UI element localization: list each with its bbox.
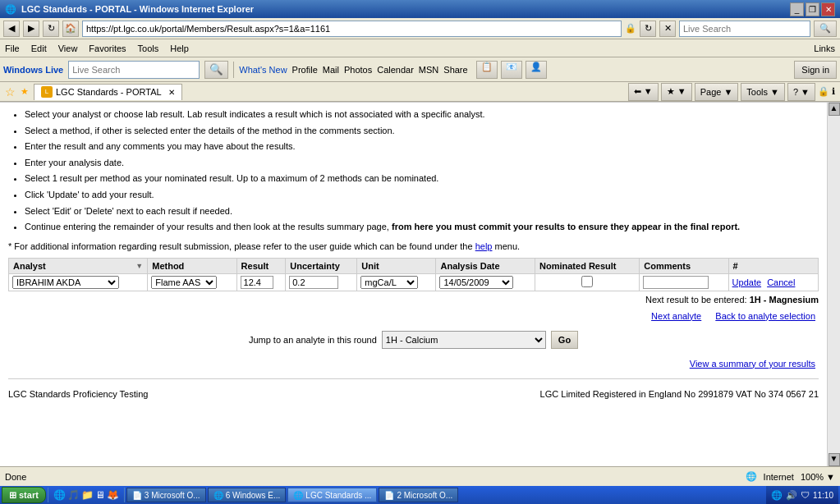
update-link[interactable]: Update xyxy=(732,277,761,287)
menu-help[interactable]: Help xyxy=(170,44,189,53)
media-icon[interactable]: 🎵 xyxy=(67,489,80,501)
status-bar: Done 🌐 Internet 100% ▼ xyxy=(0,466,840,486)
refresh-button[interactable]: ↻ xyxy=(43,21,59,37)
summary-link-section: View a summary of your results xyxy=(8,355,819,372)
col-analyst: Analyst ▼ xyxy=(9,258,148,273)
content-scroll-area[interactable]: Select your analyst or choose lab result… xyxy=(0,103,827,466)
comments-input[interactable] xyxy=(643,276,709,289)
footer-company: LGC Standards Proficiency Testing xyxy=(8,389,148,399)
antivirus-icon: 🛡 xyxy=(801,490,810,500)
live-search-toolbar-input[interactable] xyxy=(68,61,200,79)
taskbar-item-2[interactable]: 🌐 LGC Standards ... xyxy=(287,488,377,502)
home-button[interactable]: 🏠 xyxy=(62,21,79,37)
minimize-button[interactable]: _ xyxy=(790,2,804,16)
calendar-link[interactable]: Calendar xyxy=(377,65,414,75)
additional-info: * For additional information regarding r… xyxy=(8,241,819,251)
ie-icon[interactable]: 🌐 xyxy=(53,489,66,501)
live-search-toolbar-button[interactable]: 🔍 xyxy=(204,61,228,79)
favorites-menu-button[interactable]: ★ ▼ xyxy=(661,83,692,101)
results-table: Analyst ▼ Method Result Uncertainty U xyxy=(8,258,819,291)
firefox-icon[interactable]: 🦊 xyxy=(107,489,119,501)
analyst-sort-icon[interactable]: ▼ xyxy=(135,262,143,270)
cancel-link[interactable]: Cancel xyxy=(767,277,795,287)
msn-link[interactable]: MSN xyxy=(419,65,438,75)
info-icon: ℹ xyxy=(832,86,835,97)
scrollbar-down-button[interactable]: ▼ xyxy=(829,453,840,466)
unit-select[interactable]: mgCa/L xyxy=(360,276,418,289)
help-menu-link[interactable]: help xyxy=(475,241,493,251)
menu-view[interactable]: View xyxy=(58,44,78,53)
menu-favorites[interactable]: Favorites xyxy=(89,44,126,53)
start-button[interactable]: ⊞ start xyxy=(2,487,46,503)
photos-link[interactable]: Photos xyxy=(344,65,372,75)
sound-icon: 🔊 xyxy=(786,490,797,501)
menu-tools[interactable]: Tools xyxy=(138,44,159,53)
analyst-select[interactable]: IBRAHIM AKDA xyxy=(12,276,119,289)
toolbar-icon3[interactable]: 👤 xyxy=(526,61,547,79)
instruction-3: Enter the result and any comments you ma… xyxy=(25,140,819,154)
desktop-icon[interactable]: 🖥 xyxy=(95,489,105,501)
help-btn[interactable]: ? ▼ xyxy=(787,83,815,101)
tab-close-icon[interactable]: ✕ xyxy=(168,88,175,97)
page-menu-button[interactable]: ⬅ ▼ xyxy=(628,83,659,101)
sign-in-button[interactable]: Sign in xyxy=(794,61,837,79)
jump-label: Jump to an analyte in this round xyxy=(249,335,377,345)
jump-analyte-select[interactable]: 1H - Calcium xyxy=(382,331,546,349)
refresh-page-button[interactable]: ↻ xyxy=(640,21,656,37)
taskbar-item-0[interactable]: 📄 3 Microsoft O... xyxy=(126,488,206,502)
next-result-label: Next result to be entered: xyxy=(645,295,747,305)
next-analyte-link[interactable]: Next analyte xyxy=(651,311,701,321)
stop-button[interactable]: ✕ xyxy=(659,21,676,37)
links-label: Links xyxy=(814,44,835,53)
mail-link[interactable]: Mail xyxy=(323,65,339,75)
address-input[interactable] xyxy=(82,21,622,37)
folder-icon[interactable]: 📁 xyxy=(81,489,94,501)
forward-button[interactable]: ▶ xyxy=(23,21,39,37)
uncertainty-input[interactable] xyxy=(289,276,338,289)
footer-section: LGC Standards Proficiency Testing LGC Li… xyxy=(8,386,819,402)
toolbar-icon2[interactable]: 📧 xyxy=(501,61,522,79)
instruction-4: Enter your analysis date. xyxy=(25,156,819,171)
internet-icon: 🌐 xyxy=(746,471,757,482)
method-cell: Flame AAS xyxy=(148,273,236,291)
nominated-cell xyxy=(535,273,640,291)
analyst-cell: IBRAHIM AKDA xyxy=(9,273,148,291)
share-link[interactable]: Share xyxy=(443,65,467,75)
go-analyte-button[interactable]: Go xyxy=(551,331,578,349)
restore-button[interactable]: ❐ xyxy=(806,2,819,16)
window-title: LGC Standards - PORTAL - Windows Interne… xyxy=(21,4,254,14)
windows-live-label: Windows Live xyxy=(3,65,63,75)
favorites-star-icon[interactable]: ☆ xyxy=(5,85,16,99)
back-to-selection-link[interactable]: Back to analyte selection xyxy=(715,311,815,321)
profile-link[interactable]: Profile xyxy=(292,65,318,75)
analysis-date-select[interactable]: 14/05/2009 xyxy=(439,276,513,289)
nominated-checkbox[interactable] xyxy=(581,276,593,287)
method-select[interactable]: Flame AAS xyxy=(151,276,217,289)
col-comments: Comments xyxy=(640,258,728,273)
start-windows-icon: ⊞ xyxy=(9,490,16,501)
back-button[interactable]: ◀ xyxy=(3,21,20,37)
scrollbar[interactable]: ▲ ▼ xyxy=(827,103,840,466)
page-btn[interactable]: Page ▼ xyxy=(695,83,739,101)
additional-info-suffix: menu. xyxy=(495,241,521,251)
browser-tab[interactable]: L LGC Standards - PORTAL ✕ xyxy=(34,84,182,100)
main-area: Select your analyst or choose lab result… xyxy=(0,102,840,466)
tools-btn[interactable]: Tools ▼ xyxy=(741,83,785,101)
zoom-level: 100% ▼ xyxy=(801,472,835,482)
search-go-button[interactable]: 🔍 xyxy=(814,21,837,37)
whats-new-link[interactable]: What's New xyxy=(239,65,287,75)
summary-link[interactable]: View a summary of your results xyxy=(690,359,815,369)
menu-edit[interactable]: Edit xyxy=(31,44,47,53)
taskbar-divider xyxy=(48,488,48,502)
scrollbar-up-button[interactable]: ▲ xyxy=(829,103,840,116)
close-button[interactable]: ✕ xyxy=(821,2,835,16)
instruction-2: Select a method, if other is selected en… xyxy=(25,124,819,139)
live-search-input[interactable] xyxy=(679,21,810,37)
analysis-date-cell: 14/05/2009 xyxy=(436,273,535,291)
result-input[interactable] xyxy=(241,276,273,289)
menu-file[interactable]: File xyxy=(5,44,20,53)
favorites-add-icon[interactable]: ★ xyxy=(21,86,29,97)
taskbar-item-1[interactable]: 🌐 6 Windows E... xyxy=(208,488,287,502)
taskbar-item-3[interactable]: 📄 2 Microsoft O... xyxy=(379,488,458,502)
toolbar-icon1[interactable]: 📋 xyxy=(476,61,498,79)
